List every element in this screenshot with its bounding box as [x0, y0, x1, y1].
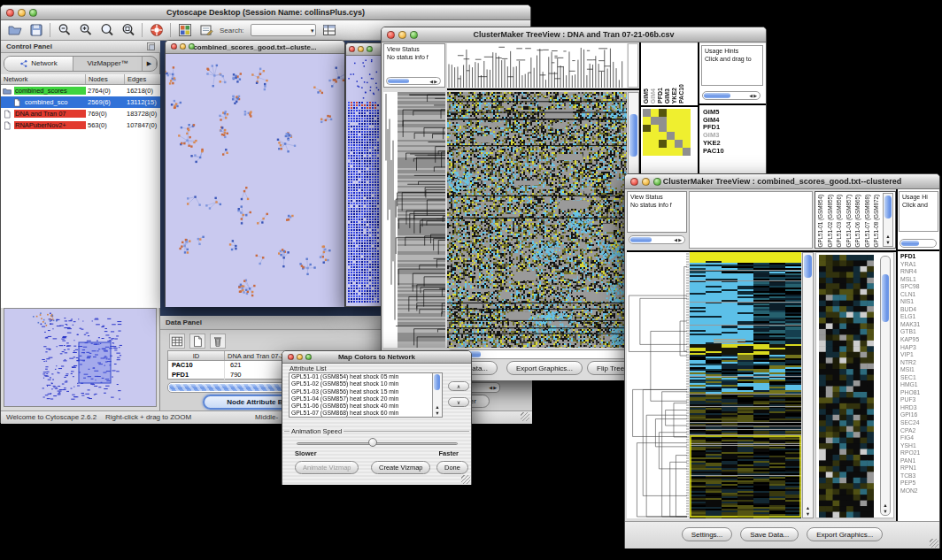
dialog-title-bar[interactable]: Map Colors to Network [282, 351, 471, 364]
heatmap-hscrollbar[interactable]: ◀▶ [447, 349, 639, 359]
move-up-button[interactable]: ∧ [448, 381, 469, 391]
gene-label[interactable]: PFD1 [900, 253, 920, 261]
detail-heatmap-canvas[interactable] [819, 255, 874, 518]
main-title-bar[interactable]: Cytoscape Desktop (Session Name: collins… [1, 5, 530, 20]
resize-grip[interactable] [521, 412, 529, 421]
export-graphics-button[interactable]: Export Graphics... [807, 527, 883, 541]
attribute-list-vscrollbar[interactable]: ▲▼ [432, 373, 442, 417]
minimize-button[interactable] [297, 354, 303, 360]
gene-label[interactable]: RNR4 [900, 268, 920, 276]
scrollbar-thumb[interactable] [882, 274, 889, 322]
scrollbar-thumb[interactable] [629, 114, 637, 157]
scrollbar-arrows[interactable]: ▲▼ [881, 502, 890, 514]
gene-label[interactable]: HRD3 [900, 404, 920, 412]
export-graphics-button[interactable]: Export Graphics... [506, 361, 583, 375]
gene-label[interactable]: KAP95 [900, 336, 920, 344]
attribute-table-icon[interactable] [322, 23, 337, 38]
speed-slider-track[interactable] [297, 442, 458, 445]
correlation-matrix[interactable] [643, 109, 691, 156]
scrollbar-arrows[interactable]: ▲▼ [803, 505, 813, 517]
close-button[interactable] [630, 178, 638, 186]
scrollbar-arrows[interactable]: ◀▶ [749, 92, 758, 99]
scrollbar-arrows[interactable]: ▲▼ [433, 404, 442, 416]
network-list-row[interactable]: DNA and Tran 07769(0)183728(0) [1, 108, 160, 119]
minimize-button[interactable] [180, 43, 186, 50]
close-button[interactable] [288, 354, 294, 360]
scrollbar-arrows[interactable]: ◀▶ [674, 236, 683, 243]
column-header-network[interactable]: Network [1, 74, 86, 84]
gene-label[interactable]: CPA2 [900, 427, 920, 435]
zoom-fit-icon[interactable] [120, 23, 135, 38]
scrollbar-arrows[interactable]: ◀▶ [429, 78, 438, 85]
resize-grip[interactable] [461, 475, 470, 484]
open-folder-icon[interactable] [7, 23, 22, 38]
gene-label[interactable]: ELG1 [900, 313, 920, 321]
gene-label[interactable]: FIG4 [900, 434, 920, 442]
gene-label[interactable]: PAC10 [703, 148, 724, 156]
gene-label[interactable]: PHO81 [900, 389, 920, 397]
move-down-button[interactable]: ∨ [448, 397, 469, 407]
resize-grip[interactable] [930, 539, 938, 548]
scrollbar-thumb[interactable] [434, 374, 440, 390]
gene-label[interactable]: MON2 [900, 487, 920, 495]
table-icon[interactable] [169, 334, 185, 349]
gene-label[interactable]: BUD4 [900, 306, 920, 314]
gene-label[interactable]: RPN1 [900, 464, 920, 472]
attribute-item[interactable]: GPL51-01 (GSM854) heat shock 05 min [290, 373, 442, 380]
gene-label[interactable]: PUF3 [900, 396, 920, 404]
attribute-item[interactable]: GPL51-02 (GSM855) heat shock 10 min [290, 380, 442, 387]
gene-label[interactable]: MSI1 [900, 366, 920, 374]
id-column-header[interactable]: ID [168, 351, 225, 360]
maximize-button[interactable] [29, 9, 37, 17]
gene-label[interactable]: MSL1 [900, 276, 920, 284]
maximize-button[interactable] [410, 31, 418, 39]
scrollbar-thumb[interactable] [884, 196, 892, 219]
network-list-row[interactable]: combined_scores2764(0)16218(0) [1, 85, 160, 96]
minimize-button[interactable] [398, 31, 406, 39]
usage-hints-scrollbar[interactable]: ◀▶ [702, 91, 761, 100]
scrollbar-thumb[interactable] [804, 255, 812, 278]
document-icon[interactable] [189, 334, 205, 349]
row-dendrogram-canvas[interactable] [383, 92, 445, 348]
scrollbar-thumb[interactable] [630, 237, 652, 242]
zoom-selected-icon[interactable] [99, 23, 114, 38]
network-list-row[interactable]: combined_sco2569(6)13112(15) [1, 96, 160, 108]
speed-slider-thumb[interactable] [368, 438, 377, 447]
column-labels-vscrollbar[interactable]: ▲▼ [883, 193, 893, 247]
attribute-list[interactable]: ▲▼ GPL51-01 (GSM854) heat shock 05 minGP… [289, 372, 443, 418]
maximize-button[interactable] [189, 43, 195, 50]
gene-label[interactable]: SPC98 [900, 283, 920, 291]
treeview2-title-bar[interactable]: ClusterMaker TreeView : combined_scores_… [625, 174, 939, 189]
zoom-in-icon[interactable] [78, 23, 93, 38]
column-header-edges[interactable]: Edges [125, 74, 160, 84]
gene-label[interactable]: NTR2 [900, 359, 920, 367]
gene-label[interactable]: RPO21 [900, 449, 920, 457]
minimize-button[interactable] [358, 46, 364, 52]
maximize-button[interactable] [653, 178, 661, 186]
global-heatmap-canvas[interactable] [690, 252, 801, 518]
gene-label[interactable]: HMG1 [900, 381, 920, 389]
gene-label[interactable]: CLN1 [900, 291, 920, 299]
gene-label[interactable]: SEC24 [900, 419, 920, 427]
tab-vizmapper[interactable]: VizMapper™ [73, 57, 143, 71]
column-dendrogram-area[interactable] [689, 191, 813, 249]
tab-network[interactable]: Network [4, 57, 73, 71]
zoom-out-icon[interactable] [57, 23, 72, 38]
minimize-button[interactable] [18, 9, 26, 17]
chevron-down-icon[interactable]: ▾ [311, 25, 314, 36]
network-view-title-bar[interactable]: combined_scores_good.txt--cluste... [166, 41, 344, 54]
gene-label[interactable]: PAN1 [900, 457, 920, 465]
heatmap-canvas[interactable] [447, 92, 627, 348]
scrollbar-thumb[interactable] [901, 241, 919, 246]
create-vizmap-button[interactable]: Create Vizmap [371, 461, 430, 474]
close-button[interactable] [349, 46, 355, 52]
gene-label[interactable]: MAK31 [900, 321, 920, 329]
attribute-item[interactable]: GPL51-04 (GSM857) heat shock 20 min [290, 395, 442, 403]
gene-label[interactable]: VIP1 [900, 351, 920, 359]
close-button[interactable] [387, 31, 395, 39]
attribute-item[interactable]: GPL51-06 (GSM865) heat shock 40 min [290, 403, 442, 410]
attribute-item[interactable]: GPL51-03 (GSM856) heat shock 15 min [290, 388, 442, 395]
scrollbar-thumb[interactable] [704, 93, 730, 98]
tabs-overflow-button[interactable]: ▶ [143, 57, 157, 71]
row-dendrogram-canvas[interactable] [627, 252, 689, 518]
